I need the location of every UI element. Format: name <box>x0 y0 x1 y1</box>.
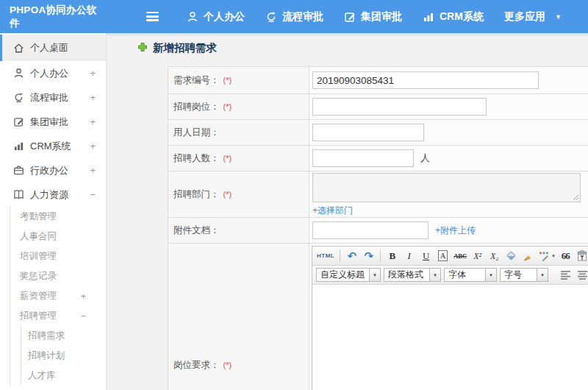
sidebar: 个人桌面 个人办公 + 流程审批 + 集团审批 + <box>0 33 107 390</box>
sidebar-item-workflow-approval[interactable]: 流程审批 + <box>0 85 106 110</box>
expand-toggle[interactable]: + <box>90 92 96 103</box>
home-icon <box>12 42 24 54</box>
font-size-select[interactable]: 字号 ▾ <box>500 268 548 282</box>
bar-chart-icon <box>12 141 24 152</box>
topbar: PHPOA协同办公软件 个人办公 流程审批 集团审批 <box>0 0 588 33</box>
eraser-icon[interactable] <box>503 249 519 263</box>
recruitment-demand-form: 需求编号： (*) 招聘岗位： (*) 用人日期： <box>168 66 588 390</box>
font-family-select[interactable]: 字体 ▾ <box>444 268 497 282</box>
field-label: 招聘部门： <box>173 188 220 201</box>
caret-down-icon: ▼ <box>555 13 562 21</box>
resize-handle-icon[interactable] <box>573 194 579 201</box>
caret-down-icon: ▾ <box>485 269 496 281</box>
required-mark: (*) <box>223 190 232 199</box>
nav-workflow-approval[interactable]: 流程审批 <box>255 0 334 33</box>
underline-button[interactable]: U <box>418 249 434 263</box>
editor-toolbar-row2: 自定义标题 ▾ 段落格式 ▾ 字体 ▾ <box>312 266 588 285</box>
font-border-button[interactable]: A <box>435 249 451 263</box>
edit-icon <box>12 116 24 128</box>
form-row-attachment: 附件文档： +附件上传 <box>168 218 588 244</box>
sidebar-item-recruitment-mgmt[interactable]: 招聘管理 − <box>10 306 106 326</box>
add-plus-icon <box>137 42 148 55</box>
italic-button[interactable]: I <box>401 249 417 263</box>
hire-date-input[interactable] <box>312 124 424 141</box>
expand-toggle[interactable]: + <box>81 291 86 302</box>
paragraph-format-select[interactable]: 段落格式 ▾ <box>384 268 441 282</box>
sidebar-item-talent-pool[interactable]: 人才库 <box>21 366 106 386</box>
sidebar-item-reward-punishment[interactable]: 奖惩记录 <box>10 266 106 286</box>
align-left-icon[interactable] <box>558 268 573 283</box>
undo-icon[interactable]: ↶ <box>344 249 359 263</box>
expand-toggle[interactable]: + <box>90 68 96 79</box>
form-row-department: 招聘部门： (*) +选择部门 <box>168 171 588 218</box>
redo-icon[interactable]: ↷ <box>361 249 376 263</box>
subscript-button[interactable]: X₂ <box>487 249 502 263</box>
spellcheck-icon[interactable]: ▾ <box>537 249 556 263</box>
paste-table-icon[interactable] <box>575 249 588 263</box>
sidebar-item-training-mgmt[interactable]: 培训管理 <box>10 247 106 266</box>
sidebar-item-administration[interactable]: 行政办公 + <box>0 158 106 182</box>
nav-crm-system[interactable]: CRM系统 <box>412 0 494 33</box>
sidebar-item-salary-mgmt[interactable]: 薪资管理 + <box>10 286 106 306</box>
expand-toggle[interactable]: + <box>90 165 96 176</box>
briefcase-icon <box>12 165 24 177</box>
headcount-input[interactable] <box>312 149 414 167</box>
position-input[interactable] <box>312 98 487 116</box>
book-icon <box>12 189 24 201</box>
unit-label: 人 <box>420 152 430 165</box>
page-title: 新增招聘需求 <box>137 41 217 55</box>
caret-down-icon: ▾ <box>429 269 440 281</box>
sidebar-item-crm-system[interactable]: CRM系统 + <box>0 134 106 158</box>
required-mark: (*) <box>223 154 232 163</box>
form-row-hire-date: 用人日期： <box>168 120 588 146</box>
nav-group-approval[interactable]: 集团审批 <box>334 0 412 33</box>
caret-down-icon: ▾ <box>552 253 555 259</box>
department-textarea[interactable] <box>312 173 581 202</box>
attachment-input[interactable] <box>312 221 429 239</box>
bold-button[interactable]: B <box>384 249 400 263</box>
expand-toggle[interactable]: + <box>90 141 96 152</box>
rich-text-editor: HTML ↶ ↷ B I U A ABC X² <box>312 246 588 390</box>
edit-icon <box>344 11 356 23</box>
menu-toggle-icon[interactable] <box>146 12 159 21</box>
form-row-position: 招聘岗位： (*) <box>168 94 588 120</box>
nav-personal-office[interactable]: 个人办公 <box>176 0 255 33</box>
editor-toolbar-row1: HTML ↶ ↷ B I U A ABC X² <box>312 247 588 266</box>
history-icon <box>12 92 24 104</box>
sidebar-item-attendance-mgmt[interactable]: 考勤管理 <box>10 207 106 227</box>
superscript-button[interactable]: X² <box>470 249 485 263</box>
sidebar-item-human-resources[interactable]: 人力资源 − <box>0 182 106 207</box>
select-department-link[interactable]: +选择部门 <box>312 205 353 217</box>
nav-more-apps[interactable]: 更多应用 ▼ <box>494 0 572 33</box>
person-icon <box>187 11 198 23</box>
field-label: 招聘人数： <box>173 152 220 165</box>
blockquote-button[interactable]: 66 <box>558 249 573 263</box>
required-mark: (*) <box>223 76 232 85</box>
html-source-button[interactable]: HTML <box>315 249 336 263</box>
attachment-upload-link[interactable]: +附件上传 <box>435 224 476 237</box>
editor-content-area[interactable] <box>312 285 588 390</box>
app-window: PHPOA协同办公软件 个人办公 流程审批 集团审批 <box>0 0 588 390</box>
collapse-toggle[interactable]: − <box>81 311 86 322</box>
field-label: 用人日期： <box>173 127 220 139</box>
app-logo: PHPOA协同办公软件 <box>0 4 107 30</box>
field-label: 招聘岗位： <box>173 101 220 113</box>
expand-toggle[interactable]: + <box>90 116 96 127</box>
custom-title-select[interactable]: 自定义标题 ▾ <box>316 268 381 282</box>
caret-down-icon: ▾ <box>369 269 380 281</box>
format-brush-icon[interactable] <box>520 249 536 263</box>
sidebar-item-personal-office[interactable]: 个人办公 + <box>0 61 106 85</box>
required-mark: (*) <box>223 361 232 369</box>
strikethrough-button[interactable]: ABC <box>452 249 468 263</box>
history-icon <box>265 11 277 23</box>
demand-number-input[interactable] <box>312 71 539 89</box>
sidebar-item-personnel-contract[interactable]: 人事合同 <box>10 227 106 247</box>
sidebar-item-recruitment-plan[interactable]: 招聘计划 <box>21 346 106 366</box>
align-center-icon[interactable] <box>575 268 588 283</box>
sidebar-item-recruitment-demand[interactable]: 招聘需求 <box>21 326 106 346</box>
field-label: 附件文档： <box>173 224 220 237</box>
sidebar-item-personal-desktop[interactable]: 个人桌面 <box>0 35 106 61</box>
collapse-toggle[interactable]: − <box>90 189 96 200</box>
sidebar-item-group-approval[interactable]: 集团审批 + <box>0 110 106 134</box>
recruitment-submenu: 招聘需求 招聘计划 人才库 <box>21 326 106 386</box>
